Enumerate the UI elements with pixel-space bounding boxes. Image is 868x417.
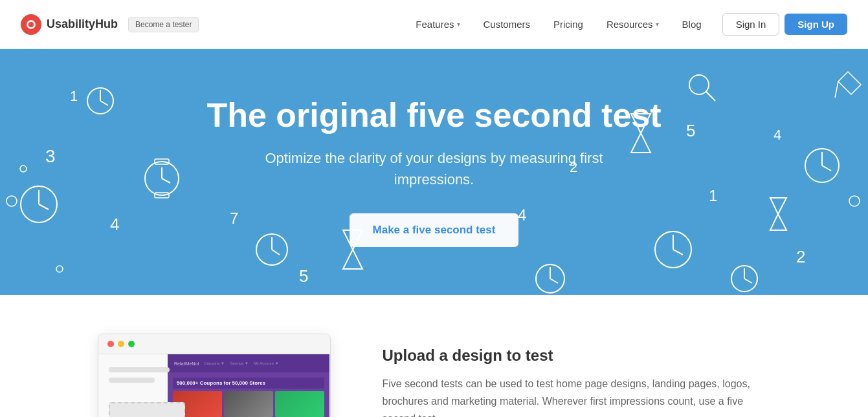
nav-link-resources[interactable]: Resources ▾ bbox=[596, 14, 669, 35]
upload-section: RetailMeNot Coupons ▼ Savings ▼ My Accou… bbox=[46, 295, 823, 417]
sign-up-button[interactable]: Sign Up bbox=[785, 14, 847, 35]
svg-point-45 bbox=[849, 196, 860, 206]
hero-cta-button[interactable]: Make a five second test bbox=[350, 213, 519, 247]
svg-line-22 bbox=[822, 166, 831, 171]
svg-text:1: 1 bbox=[709, 187, 717, 204]
site-logo[interactable]: UsabilityHub bbox=[21, 14, 118, 35]
hero-content: The original five second test Optimize t… bbox=[194, 58, 674, 285]
logo-text: UsabilityHub bbox=[47, 17, 118, 31]
svg-line-19 bbox=[744, 279, 752, 283]
dot-yellow bbox=[118, 341, 124, 347]
svg-point-1 bbox=[28, 22, 34, 27]
hero-title: The original five second test bbox=[206, 97, 661, 134]
svg-text:4: 4 bbox=[773, 127, 781, 143]
logo-icon bbox=[21, 14, 41, 35]
svg-point-42 bbox=[6, 196, 17, 206]
nav-link-customers[interactable]: Customers bbox=[473, 14, 541, 35]
dot-red bbox=[107, 341, 114, 347]
become-tester-button[interactable]: Become a tester bbox=[128, 17, 199, 32]
section-text: Upload a design to test Five second test… bbox=[383, 334, 771, 417]
nav-link-features[interactable]: Features ▾ bbox=[405, 14, 470, 35]
svg-text:3: 3 bbox=[45, 146, 56, 166]
mock-browser: RetailMeNot Coupons ▼ Savings ▼ My Accou… bbox=[98, 334, 331, 417]
svg-line-27 bbox=[162, 178, 170, 183]
svg-line-7 bbox=[100, 101, 108, 105]
svg-point-40 bbox=[689, 75, 709, 94]
svg-line-39 bbox=[835, 81, 838, 98]
navbar: UsabilityHub Become a tester Features ▾ … bbox=[0, 0, 868, 49]
nav-links: Features ▾ Customers Pricing Resources ▾… bbox=[405, 14, 711, 35]
product-cell-3 bbox=[275, 391, 324, 417]
svg-point-43 bbox=[20, 166, 27, 172]
nav-actions: Sign In Sign Up bbox=[722, 13, 847, 36]
browser-toolbar bbox=[98, 334, 330, 354]
section-body: Five second tests can be used to test ho… bbox=[383, 375, 771, 417]
hero-section: 3 1 4 7 5 4 2 5 1 4 2 The original five … bbox=[0, 49, 868, 295]
svg-text:4: 4 bbox=[110, 215, 119, 234]
svg-text:5: 5 bbox=[686, 121, 695, 140]
svg-point-44 bbox=[56, 266, 63, 272]
product-cell-2 bbox=[224, 391, 273, 417]
nav-link-pricing[interactable]: Pricing bbox=[543, 14, 594, 35]
browser-content: RetailMeNot Coupons ▼ Savings ▼ My Accou… bbox=[98, 354, 330, 417]
inner-product-grid bbox=[173, 391, 325, 417]
svg-text:2: 2 bbox=[796, 247, 805, 266]
svg-line-4 bbox=[39, 204, 49, 209]
hero-subtitle: Optimize the clarity of your designs by … bbox=[253, 147, 616, 190]
nav-link-blog[interactable]: Blog bbox=[672, 14, 712, 35]
svg-line-16 bbox=[673, 250, 683, 255]
svg-text:1: 1 bbox=[70, 88, 78, 104]
svg-line-41 bbox=[706, 92, 715, 101]
dot-green bbox=[128, 341, 135, 347]
section-heading: Upload a design to test bbox=[383, 347, 771, 365]
chevron-down-icon: ▾ bbox=[457, 21, 460, 28]
section-illustration: RetailMeNot Coupons ▼ Savings ▼ My Accou… bbox=[98, 334, 344, 417]
sign-in-button[interactable]: Sign In bbox=[722, 13, 780, 36]
chevron-down-icon-2: ▾ bbox=[656, 21, 659, 28]
